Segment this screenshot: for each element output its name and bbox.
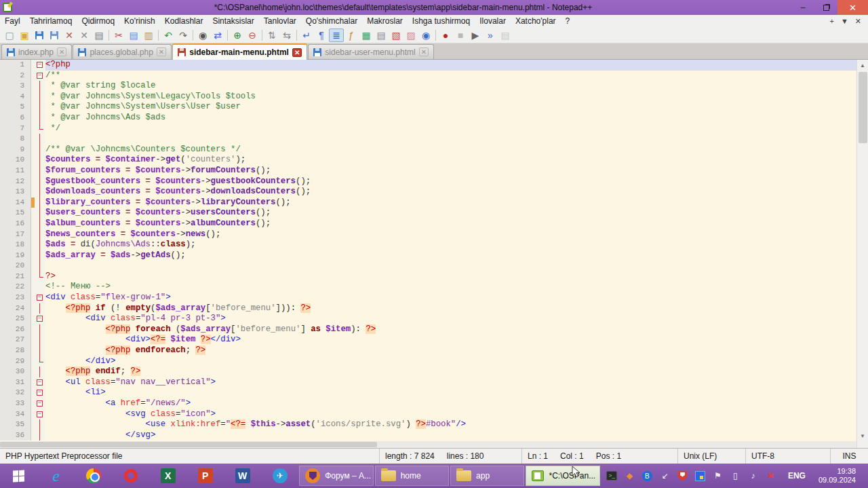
code-line-28[interactable]: 28 <?php endforeach; ?>: [0, 345, 856, 356]
print-button[interactable]: ▤: [92, 29, 106, 42]
function-list-button[interactable]: ƒ: [344, 29, 359, 42]
menu-help[interactable]: ?: [561, 16, 575, 26]
tray-volume-icon[interactable]: ♪: [747, 470, 759, 482]
tray-shield-icon[interactable]: [677, 470, 688, 482]
macro-record-button[interactable]: ●: [438, 29, 453, 42]
tab-index-php[interactable]: index.php✕: [1, 44, 72, 59]
document-map-button[interactable]: ▦: [359, 29, 374, 42]
redo-button[interactable]: ↷: [176, 29, 191, 42]
taskbar-word-button[interactable]: W: [224, 464, 261, 488]
taskbar-button-forum[interactable]: Форум – А...: [299, 466, 373, 486]
zoom-out-button[interactable]: ⊖: [245, 29, 260, 42]
paste-button[interactable]: ▥: [141, 29, 156, 42]
code-line-5[interactable]: 5 * @var Johncms\System\Users\User $user: [0, 102, 856, 113]
fold-collapse-icon[interactable]: −: [37, 62, 43, 68]
code-line-22[interactable]: 22<!-- Меню -->: [0, 282, 856, 293]
status-encoding[interactable]: UTF-8: [746, 449, 831, 464]
code-line-1[interactable]: 1−<?php: [0, 60, 856, 71]
code-line-16[interactable]: 16$album_counters = $counters->albumCoun…: [0, 219, 856, 229]
horizontal-scrollbar[interactable]: [0, 441, 856, 448]
taskbar-ie-button[interactable]: e: [37, 464, 75, 488]
code-line-8[interactable]: 8: [0, 134, 856, 145]
taskbar-button-home-folder[interactable]: home: [375, 466, 449, 486]
code-line-30[interactable]: 30 <?php endif; ?>: [0, 367, 856, 377]
save-all-button[interactable]: [47, 29, 62, 42]
document-list-button[interactable]: ▤: [374, 29, 389, 42]
status-eol-format[interactable]: Unix (LF): [678, 449, 746, 464]
tray-phone-icon[interactable]: ▯: [730, 470, 741, 482]
tray-bluetooth-icon[interactable]: B: [642, 470, 653, 482]
code-line-27[interactable]: 27 <div><?= $item ?></div>: [0, 335, 856, 345]
fold-collapse-icon[interactable]: −: [37, 411, 43, 417]
code-line-11[interactable]: 11$forum_counters = $counters->forumCoun…: [0, 166, 856, 176]
taskbar-clock[interactable]: 19:3809.09.2024: [817, 467, 863, 485]
tray-muted-icon[interactable]: ✖: [765, 470, 776, 482]
code-line-24[interactable]: 24 <?php if (! empty($ads_array['before_…: [0, 303, 856, 314]
status-insert-mode[interactable]: INS: [831, 449, 868, 464]
tray-ime-icon[interactable]: [694, 470, 706, 482]
menu-qo-shimchalar[interactable]: Qo'shimchalar: [301, 16, 362, 26]
word-wrap-button[interactable]: ↵: [299, 29, 314, 42]
code-line-21[interactable]: 21?>: [0, 271, 856, 282]
fold-margin[interactable]: −: [35, 377, 45, 388]
new-file-button[interactable]: ▢: [2, 29, 17, 42]
code-line-7[interactable]: 7 */: [0, 124, 856, 134]
new-tab-plus-icon[interactable]: +: [829, 17, 833, 26]
sync-vertical-scroll-button[interactable]: ⇅: [264, 29, 279, 42]
fold-margin[interactable]: −: [35, 60, 45, 71]
horizontal-scrollbar-thumb[interactable]: [0, 442, 377, 447]
restore-button[interactable]: [814, 0, 837, 15]
code-line-6[interactable]: 6 * @var Johncms\Ads $ads: [0, 113, 856, 124]
menu-kodlashlar[interactable]: Kodlashlar: [160, 16, 208, 26]
taskbar-button-notepad[interactable]: *C:\OSPan...: [526, 466, 599, 486]
menu-tahrirlamoq[interactable]: Tahrirlamoq: [25, 16, 77, 26]
find-button[interactable]: ◉: [195, 29, 210, 42]
fold-collapse-icon[interactable]: −: [37, 400, 43, 407]
code-line-17[interactable]: 17$news_counters = $counters->news();: [0, 229, 856, 240]
menu-ilovalar[interactable]: Ilovalar: [475, 16, 511, 26]
close-button[interactable]: ✕: [837, 0, 868, 15]
view-current-file-button[interactable]: ▧: [389, 29, 403, 42]
editor[interactable]: 1−<?php2−/**3 * @var string $locale4 * @…: [0, 60, 868, 448]
fold-collapse-icon[interactable]: −: [37, 390, 43, 396]
code-line-32[interactable]: 32− <li>: [0, 388, 856, 398]
scroll-up-icon[interactable]: ▲: [857, 60, 868, 71]
menu-makroslar[interactable]: Makroslar: [362, 16, 408, 26]
zoom-in-button[interactable]: ⊕: [230, 29, 245, 42]
tab-sidebar-user-menu-phtml[interactable]: sidebar-user-menu.phtml✕: [308, 44, 434, 59]
code-line-31[interactable]: 31− <ul class="nav nav__vertical">: [0, 377, 856, 388]
open-file-button[interactable]: ▣: [17, 29, 32, 42]
vertical-scrollbar[interactable]: ▲ ▼: [856, 60, 868, 448]
menu-ko-rinish[interactable]: Ko'rinish: [119, 16, 160, 26]
code-line-2[interactable]: 2−/**: [0, 71, 856, 81]
code-line-3[interactable]: 3 * @var string $locale: [0, 81, 856, 92]
code-line-36[interactable]: 36 </svg>: [0, 430, 856, 441]
code-line-4[interactable]: 4 * @var Johncms\System\Legacy\Tools $to…: [0, 92, 856, 102]
macro-stop-button[interactable]: ■: [453, 29, 468, 42]
taskbar-button-app-folder[interactable]: app: [450, 466, 524, 486]
code-line-18[interactable]: 18$ads = di(Johncms\Ads::class);: [0, 240, 856, 250]
tray-flag-icon[interactable]: ⚑: [712, 470, 724, 482]
close-file-button[interactable]: ✕: [62, 29, 77, 42]
fold-collapse-icon[interactable]: −: [37, 73, 43, 79]
sync-horizontal-scroll-button[interactable]: ⇆: [279, 29, 294, 42]
indent-guide-button[interactable]: ≣: [329, 29, 344, 42]
taskbar-telegram-button[interactable]: ✈: [261, 464, 298, 488]
fold-collapse-icon[interactable]: −: [37, 295, 43, 301]
folder-as-workspace-button[interactable]: ▨: [403, 29, 418, 42]
code-line-34[interactable]: 34− <svg class="icon">: [0, 409, 856, 420]
tab-list-dropdown-icon[interactable]: ▼: [841, 17, 848, 26]
monitoring-button[interactable]: ◉: [418, 29, 433, 42]
save-file-button[interactable]: [32, 29, 47, 42]
fold-margin[interactable]: −: [35, 71, 45, 81]
macro-run-multiple-button[interactable]: »: [483, 29, 498, 42]
tray-orange-icon[interactable]: ◆: [624, 470, 635, 482]
code-area[interactable]: 1−<?php2−/**3 * @var string $locale4 * @…: [0, 60, 856, 441]
fold-margin[interactable]: −: [35, 398, 45, 409]
code-line-9[interactable]: 9/** @var \Johncms\Counters $counters */: [0, 145, 856, 155]
macro-play-button[interactable]: ▶: [468, 29, 483, 42]
fold-margin[interactable]: −: [35, 409, 45, 420]
scroll-down-icon[interactable]: ▼: [857, 430, 868, 441]
fold-margin[interactable]: −: [35, 293, 45, 303]
code-line-12[interactable]: 12$guestbook_counters = $counters->guest…: [0, 176, 856, 187]
